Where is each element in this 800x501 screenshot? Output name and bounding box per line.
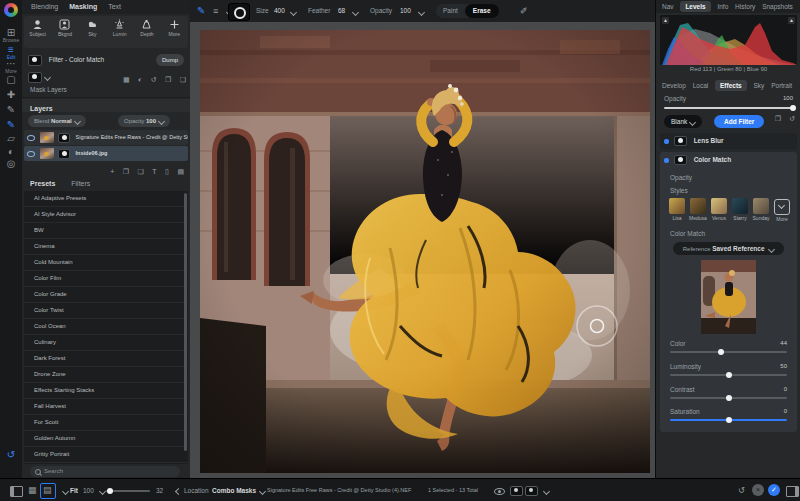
filter-mask-icon[interactable]	[674, 136, 687, 146]
preset-item[interactable]: Color Twist	[24, 303, 188, 319]
size-value[interactable]: 400	[274, 0, 285, 22]
mask-tool-subject[interactable]: Subject	[24, 16, 51, 48]
tab-history[interactable]: History	[735, 3, 755, 10]
slider-handle[interactable]	[726, 372, 732, 378]
color-slider[interactable]	[670, 351, 787, 353]
app-logo-icon[interactable]	[4, 3, 18, 17]
slider-handle[interactable]	[726, 395, 732, 401]
mask-preview-chip-icon[interactable]	[28, 72, 42, 83]
invert-icon[interactable]: ◐	[138, 76, 142, 83]
preset-item[interactable]: Fall Harvest	[24, 399, 188, 415]
preset-item[interactable]: Golden Autumn	[24, 431, 188, 447]
layer-mask-icon[interactable]	[58, 133, 70, 143]
location-value[interactable]: Combo Masks	[212, 479, 256, 501]
cancel-button[interactable]: ×	[752, 484, 764, 496]
brush-tip-button[interactable]	[228, 3, 250, 21]
chevron-down-icon[interactable]	[62, 488, 69, 495]
tab-blending[interactable]: Blending	[31, 3, 58, 10]
tab-sky[interactable]: Sky	[754, 82, 765, 89]
chevron-down-icon[interactable]	[418, 9, 425, 16]
preset-item[interactable]: Gritty Portrait	[24, 447, 188, 463]
tab-portrait[interactable]: Portrait	[771, 82, 792, 89]
grid-view-icon[interactable]: ▦	[28, 486, 37, 495]
reference-thumbnail[interactable]	[701, 260, 756, 334]
add-layer-icon[interactable]: +	[110, 168, 114, 175]
reset-mask-icon[interactable]: ↺	[151, 76, 157, 83]
effects-opacity-slider[interactable]	[664, 107, 793, 109]
text-layer-icon[interactable]: T	[152, 168, 156, 175]
tab-text[interactable]: Text	[108, 3, 121, 10]
delete-layer-icon[interactable]: ▯	[165, 168, 169, 175]
add-filter-button[interactable]: Add Filter	[714, 115, 764, 128]
filter-enabled-toggle[interactable]	[664, 158, 669, 163]
zoom-slider[interactable]	[106, 490, 150, 492]
mask-tool-lumin[interactable]: Lumin	[106, 16, 133, 48]
preset-item[interactable]: Cold Mountain	[24, 255, 188, 271]
zoom-value[interactable]: 100	[83, 479, 94, 501]
dump-button[interactable]: Dump	[156, 54, 184, 66]
preset-item[interactable]: BW	[24, 223, 188, 239]
compare-before-icon[interactable]	[510, 486, 523, 496]
photo-dancer[interactable]	[200, 30, 650, 473]
tab-info[interactable]: Info	[717, 3, 728, 10]
paint-mode-button[interactable]: Paint	[436, 4, 465, 18]
move-tool-button[interactable]: ✚	[0, 89, 22, 100]
chevron-down-icon[interactable]	[259, 488, 266, 495]
duplicate-layer-icon[interactable]: ❐	[123, 168, 129, 175]
preset-item[interactable]: Dark Forest	[24, 351, 188, 367]
preset-item[interactable]: Drone Zone	[24, 367, 188, 383]
layer-row-2[interactable]: Inside06.jpg	[24, 146, 188, 161]
clone-tool-button[interactable]: ◐	[0, 146, 22, 157]
style-option[interactable]: Medusa	[689, 198, 707, 221]
densify-icon[interactable]: ▦	[123, 76, 130, 83]
preset-item[interactable]: Color Film	[24, 271, 188, 287]
opacity-value[interactable]: 100	[400, 0, 411, 22]
preset-item[interactable]: Effects Starting Stacks	[24, 383, 188, 399]
brush-settings-icon[interactable]: ≡	[213, 0, 218, 22]
layer-visibility-icon[interactable]	[27, 135, 35, 141]
healing-tool-button[interactable]: ▱	[0, 133, 22, 144]
chevron-down-icon[interactable]	[543, 488, 550, 495]
done-button[interactable]: ✓	[768, 484, 780, 496]
chevron-down-icon[interactable]	[44, 74, 51, 81]
tab-effects[interactable]: Effects	[715, 80, 747, 91]
mask-tool-depth[interactable]: Depth	[133, 16, 160, 48]
preset-item[interactable]: For Scott	[24, 415, 188, 431]
filter-row-color-match[interactable]: Color Match	[660, 152, 797, 168]
perfect-brush-icon[interactable]: ✐	[520, 0, 528, 22]
filter-row-lens-blur[interactable]: Lens Blur	[660, 133, 797, 149]
preset-item[interactable]: Color Grade	[24, 287, 188, 303]
tab-develop[interactable]: Develop	[662, 82, 686, 89]
toggle-right-panel-icon[interactable]	[786, 486, 799, 497]
blend-dropdown[interactable]: Blend Normal	[28, 115, 86, 127]
tab-levels[interactable]: Levels	[680, 1, 710, 12]
style-option-more[interactable]: More	[773, 198, 791, 222]
tab-snapshots[interactable]: Snapshots	[762, 3, 793, 10]
presets-scrollbar[interactable]	[184, 193, 187, 451]
layer-row-1[interactable]: Signature Edits Free Raws - Credit @ Det…	[24, 130, 188, 145]
preset-item[interactable]: Cool Ocean	[24, 319, 188, 335]
layer-opacity-dropdown[interactable]: Opacity 100	[118, 115, 170, 127]
zoom-tool-button[interactable]: ◎	[0, 158, 22, 169]
preset-search-field[interactable]: Search	[30, 466, 180, 477]
image-canvas[interactable]	[190, 22, 655, 478]
back-chevron-icon[interactable]	[175, 488, 182, 495]
mask-tool-more[interactable]: More	[161, 16, 188, 48]
shadow-clipping-icon[interactable]: ▲	[662, 17, 669, 24]
copy-mask-icon[interactable]: ❐	[165, 76, 171, 83]
chevron-down-icon[interactable]	[99, 488, 106, 495]
crop-tool-button[interactable]: ▢	[0, 74, 22, 85]
mask-tool-bkgnd[interactable]: Bkgnd	[51, 16, 78, 48]
contrast-slider[interactable]	[670, 397, 787, 399]
saturation-slider[interactable]	[670, 419, 787, 421]
toggle-left-panel-icon[interactable]	[10, 486, 23, 497]
style-option[interactable]: Lisa	[668, 198, 686, 221]
tab-nav[interactable]: Nav	[662, 3, 674, 10]
browse-module-button[interactable]: ⊞ Browse	[0, 27, 22, 43]
tab-local[interactable]: Local	[693, 82, 709, 89]
tab-presets[interactable]: Presets	[30, 180, 55, 187]
reset-icon[interactable]: ↺	[738, 479, 745, 501]
sync-button[interactable]: ↺	[0, 449, 22, 460]
style-option[interactable]: Venus	[710, 198, 728, 221]
layer-menu-icon[interactable]: ▤	[177, 168, 184, 175]
